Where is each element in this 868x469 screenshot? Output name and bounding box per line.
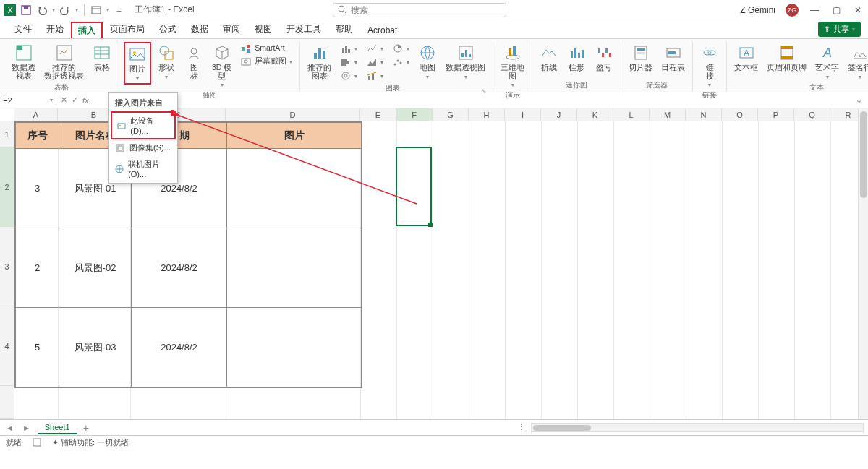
vertical-scroll-thumb[interactable]	[860, 111, 867, 198]
undo-icon[interactable]	[36, 4, 48, 16]
table-button[interactable]: 表格	[90, 42, 114, 74]
link-button[interactable]: 链 接▾	[697, 42, 722, 90]
tab-help[interactable]: 帮助	[328, 20, 360, 38]
sheet-next-button[interactable]: ►	[21, 423, 32, 432]
col-header-G[interactable]: G	[433, 108, 469, 121]
tab-devtools[interactable]: 开发工具	[279, 20, 328, 38]
smartart-button[interactable]: SmartArt	[237, 42, 295, 55]
pivot-chart-button[interactable]: 数据透视图▾	[443, 42, 488, 82]
tab-insert[interactable]: 插入	[71, 22, 103, 38]
scatter-chart-button[interactable]: ▾	[389, 56, 412, 69]
row-header-3[interactable]: 3	[0, 227, 14, 306]
combo-chart-button[interactable]: ▾	[363, 69, 386, 82]
table-cell[interactable]	[227, 149, 362, 228]
sparkline-line-button[interactable]: 折线	[537, 42, 561, 74]
table-cell[interactable]: 2024/8/2	[132, 308, 227, 387]
pictures-online[interactable]: 联机图片(O)...	[111, 156, 176, 181]
qa-dropdown[interactable]: ▾	[106, 7, 109, 13]
cancel-icon[interactable]: ✕	[61, 95, 67, 105]
table-header[interactable]: 图片	[227, 123, 362, 149]
col-header-F[interactable]: F	[396, 108, 433, 121]
stock-chart-button[interactable]: ▾	[337, 69, 360, 82]
search-box[interactable]: 搜索	[333, 3, 506, 17]
user-avatar[interactable]: ZG	[786, 4, 799, 17]
horizontal-scroll-thumb[interactable]	[533, 425, 591, 431]
icons-button[interactable]: 图 标	[182, 42, 206, 82]
accessibility-status[interactable]: ✦ 辅助功能: 一切就绪	[52, 437, 129, 448]
table-cell[interactable]	[227, 308, 362, 387]
tab-home[interactable]: 开始	[39, 20, 71, 38]
textbox-button[interactable]: A文本框	[731, 42, 761, 74]
row-header-4[interactable]: 4	[0, 306, 14, 386]
sheet-prev-button[interactable]: ◄	[4, 423, 15, 432]
formula-expand[interactable]: ⌄	[850, 95, 868, 105]
tab-data[interactable]: 数据	[184, 20, 216, 38]
charts-dialog-launcher[interactable]: ⤡	[481, 87, 487, 95]
col-header-O[interactable]: O	[722, 108, 758, 121]
row-header-1[interactable]: 1	[0, 121, 14, 147]
col-header-I[interactable]: I	[505, 108, 541, 121]
shapes-button[interactable]: 形状▾	[154, 42, 179, 82]
tab-formulas[interactable]: 公式	[152, 20, 184, 38]
line-chart-button[interactable]: ▾	[363, 42, 386, 55]
sheet-tab[interactable]: Sheet1	[38, 421, 77, 434]
minimize-button[interactable]: —	[809, 4, 820, 16]
wordart-button[interactable]: A艺术字▾	[812, 42, 842, 82]
column-chart-button[interactable]: ▾	[337, 42, 360, 55]
redo-icon[interactable]	[59, 4, 71, 16]
table-cell[interactable]: 2024/8/2	[132, 228, 227, 308]
tab-view[interactable]: 视图	[247, 20, 279, 38]
pie-chart-button[interactable]: ▾	[389, 42, 412, 55]
qa-customize-icon[interactable]	[90, 4, 102, 16]
timeline-button[interactable]: 日程表	[658, 42, 688, 74]
col-header-N[interactable]: N	[686, 108, 722, 121]
table-cell[interactable]: 3	[16, 149, 59, 228]
save-icon[interactable]	[20, 4, 32, 16]
3dmap-button[interactable]: 三维地 图▾	[498, 42, 527, 90]
table-cell[interactable]: 风景图-02	[59, 228, 132, 308]
col-header-D[interactable]: D	[226, 108, 360, 121]
add-sheet-button[interactable]: +	[83, 422, 89, 434]
share-button[interactable]: ⇪共享▾	[818, 22, 861, 37]
sparkline-winloss-button[interactable]: 盈亏	[592, 42, 616, 74]
table-header[interactable]: 序号	[16, 123, 59, 149]
col-header-K[interactable]: K	[577, 108, 613, 121]
maximize-button[interactable]: ▢	[830, 4, 842, 16]
col-header-J[interactable]: J	[541, 108, 577, 121]
row-headers[interactable]: 1234	[0, 121, 14, 419]
screenshot-button[interactable]: 屏幕截图▾	[237, 55, 295, 68]
recommended-charts-button[interactable]: 推荐的 图表	[305, 42, 334, 82]
tab-acrobat[interactable]: Acrobat	[360, 22, 404, 38]
tab-file[interactable]: 文件	[7, 20, 39, 38]
name-box[interactable]: F2▾	[0, 96, 56, 105]
redo-dropdown[interactable]: ▾	[75, 7, 78, 13]
pivot-table-button[interactable]: 数据透 视表	[9, 42, 38, 82]
recommended-pivot-button[interactable]: 推荐的 数据透视表	[41, 42, 87, 82]
bar-chart-button[interactable]: ▾	[337, 56, 360, 69]
col-header-M[interactable]: M	[650, 108, 686, 121]
undo-dropdown[interactable]: ▾	[52, 7, 55, 13]
pictures-button[interactable]: 图片▾	[124, 42, 151, 85]
col-header-Q[interactable]: Q	[794, 108, 830, 121]
signature-button[interactable]: 签名行▾	[845, 42, 868, 82]
header-footer-button[interactable]: 页眉和页脚	[764, 42, 809, 74]
sparkline-column-button[interactable]: 柱形	[564, 42, 589, 74]
table-cell[interactable]: 风景图-03	[59, 308, 132, 387]
close-button[interactable]: ✕	[852, 4, 864, 16]
tab-pagelayout[interactable]: 页面布局	[103, 20, 152, 38]
user-name[interactable]: Z Gemini	[740, 5, 775, 15]
table-cell[interactable]: 2	[16, 228, 59, 308]
table-cell[interactable]	[227, 228, 362, 308]
slicer-button[interactable]: 切片器	[626, 42, 655, 74]
map-button[interactable]: 地图▾	[415, 42, 440, 82]
area-chart-button[interactable]: ▾	[363, 56, 386, 69]
col-header-A[interactable]: A	[14, 108, 58, 121]
horizontal-scrollbar[interactable]	[531, 423, 864, 432]
col-header-H[interactable]: H	[469, 108, 505, 121]
col-header-E[interactable]: E	[360, 108, 396, 121]
fx-icon[interactable]: fx	[82, 96, 89, 105]
vertical-scrollbar[interactable]	[858, 108, 868, 419]
status-macro-icon[interactable]	[32, 437, 42, 449]
col-header-P[interactable]: P	[758, 108, 794, 121]
col-header-L[interactable]: L	[613, 108, 650, 121]
